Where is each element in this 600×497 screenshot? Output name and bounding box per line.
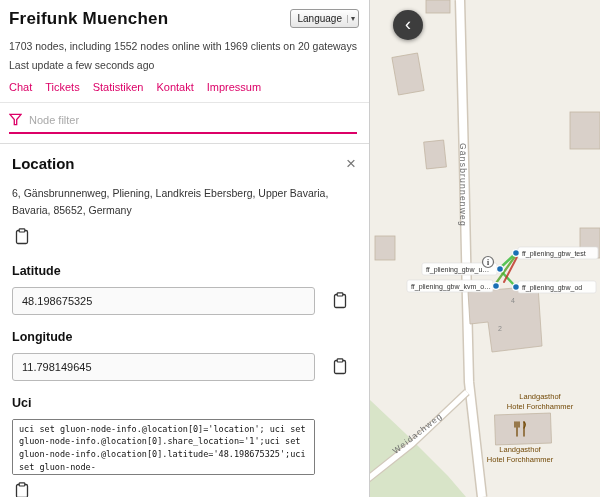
clipboard-icon (14, 482, 30, 497)
building (426, 0, 450, 13)
svg-text:ff_pliening_gbw_od: ff_pliening_gbw_od (522, 284, 582, 292)
clipboard-icon (14, 228, 30, 245)
sidebar-panel: Freifunk Muenchen Language ▾ 1703 nodes,… (0, 0, 370, 497)
close-icon[interactable]: × (346, 155, 356, 172)
back-arrow-icon: ‹ (405, 15, 411, 33)
titlebar: Freifunk Muenchen Language ▾ (0, 0, 369, 29)
poi-label: Hotel Forchhammer (487, 455, 554, 464)
node-stats-text: 1703 nodes, including 1552 nodes online … (9, 40, 360, 52)
latitude-input[interactable] (12, 287, 315, 315)
node-label-chip[interactable]: ff_pliening_gbw_test (513, 247, 598, 259)
node-filter-input[interactable] (29, 114, 355, 126)
last-update-text: Last update a few seconds ago (9, 59, 360, 71)
clipboard-icon (332, 358, 348, 375)
link-impressum[interactable]: Impressum (207, 81, 261, 93)
svg-text:ff_pliening_gbw_u…: ff_pliening_gbw_u… (426, 266, 489, 274)
longitude-input[interactable] (12, 353, 315, 381)
divider (0, 102, 369, 103)
node-marker[interactable] (513, 250, 520, 257)
map-canvas[interactable]: 4 2 Gänsbrunnenweg Weidachweg ff_plienin… (370, 0, 600, 497)
copy-address-button[interactable] (12, 226, 32, 247)
app-title: Freifunk Muenchen (9, 9, 168, 29)
node-marker[interactable] (497, 266, 504, 273)
uci-label: Uci (12, 396, 356, 410)
language-select[interactable]: Language ▾ (290, 9, 359, 28)
link-kontakt[interactable]: Kontakt (156, 81, 193, 93)
link-statistiken[interactable]: Statistiken (93, 81, 144, 93)
language-select-label: Language (297, 13, 342, 24)
longitude-label: Longitude (12, 330, 356, 344)
node-filter (9, 110, 357, 134)
info-icon[interactable]: i (483, 257, 494, 268)
house-number: 4 (511, 297, 515, 304)
poi-label: Landgasthof (499, 445, 541, 454)
clipboard-icon (332, 292, 348, 309)
link-tickets[interactable]: Tickets (45, 81, 79, 93)
poi-label: Landgasthof (519, 392, 561, 401)
svg-text:ff_pliening_gbw_test: ff_pliening_gbw_test (522, 250, 586, 258)
link-chat[interactable]: Chat (9, 81, 32, 93)
copy-uci-button[interactable] (12, 480, 32, 497)
node-label-chip[interactable]: ff_pliening_gbw_kvm_o… (407, 280, 499, 292)
nav-links: Chat Tickets Statistiken Kontakt Impress… (9, 81, 360, 93)
house-number: 2 (498, 325, 502, 332)
street-label-gaensbrunnenweg: Gänsbrunnenweg (458, 143, 468, 227)
node-marker[interactable] (493, 283, 500, 290)
copy-longitude-button[interactable] (330, 356, 350, 377)
address-text: 6, Gänsbrunnenweg, Pliening, Landkreis E… (12, 185, 352, 219)
back-button[interactable]: ‹ (393, 10, 423, 40)
latitude-label: Latitude (12, 264, 356, 278)
map[interactable]: 4 2 Gänsbrunnenweg Weidachweg ff_plienin… (370, 0, 600, 497)
uci-textarea[interactable]: uci set gluon-node-info.@location[0]='lo… (12, 419, 315, 475)
building (570, 112, 600, 149)
svg-text:ff_pliening_gbw_kvm_o…: ff_pliening_gbw_kvm_o… (411, 283, 491, 291)
node-marker[interactable] (513, 284, 520, 291)
copy-latitude-button[interactable] (330, 290, 350, 311)
building (424, 140, 447, 169)
building (375, 236, 395, 260)
chevron-down-icon: ▾ (347, 15, 355, 23)
location-title: Location (12, 155, 75, 172)
filter-icon (9, 113, 22, 126)
poi-label: Hotel Forchhammer (507, 402, 574, 411)
svg-text:i: i (487, 258, 489, 267)
location-section: Location × 6, Gänsbrunnenweg, Pliening, … (0, 144, 369, 497)
building (494, 413, 551, 445)
node-label-chip[interactable]: ff_pliening_gbw_od (513, 281, 596, 293)
